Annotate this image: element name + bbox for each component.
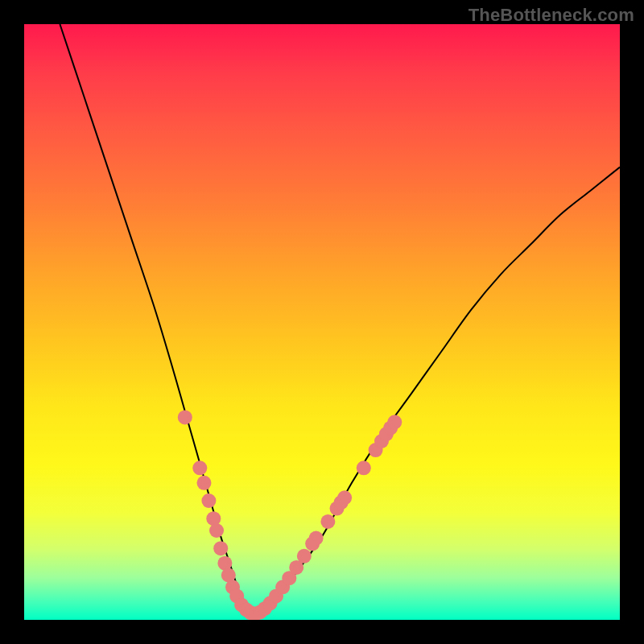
data-marker xyxy=(337,490,352,505)
data-marker xyxy=(196,476,211,490)
data-marker xyxy=(309,531,324,546)
marker-group xyxy=(178,410,402,620)
data-marker xyxy=(357,460,371,475)
chart-svg xyxy=(24,24,620,620)
data-marker xyxy=(387,415,402,429)
attribution-text: TheBottleneck.com xyxy=(469,5,634,26)
data-marker xyxy=(178,410,192,424)
data-marker xyxy=(192,460,207,475)
plot-area xyxy=(24,24,620,620)
bottleneck-curve xyxy=(60,24,620,614)
data-marker xyxy=(320,514,335,529)
curve-group xyxy=(60,24,620,614)
data-marker xyxy=(209,523,224,538)
data-marker xyxy=(213,541,228,555)
chart-container: TheBottleneck.com xyxy=(0,0,644,644)
data-marker xyxy=(297,549,312,564)
data-marker xyxy=(201,493,216,508)
